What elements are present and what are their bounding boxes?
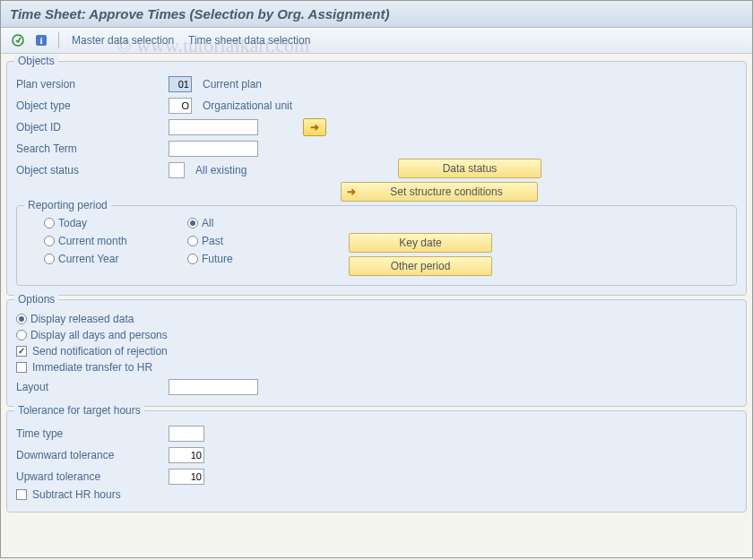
search-term-input[interactable] bbox=[169, 141, 258, 157]
radio-icon bbox=[187, 236, 198, 246]
plan-version-label: Plan version bbox=[16, 78, 169, 90]
title-bar: Time Sheet: Approve Times (Selection by … bbox=[1, 1, 752, 28]
key-date-button[interactable]: Key date bbox=[349, 233, 492, 253]
radio-icon bbox=[16, 314, 27, 324]
options-group-title: Options bbox=[14, 293, 58, 306]
plan-version-input[interactable] bbox=[169, 76, 192, 92]
checkbox-icon bbox=[16, 362, 27, 373]
multiple-selection-button[interactable]: ➜ bbox=[303, 118, 326, 136]
object-id-input[interactable] bbox=[169, 119, 258, 135]
master-data-link[interactable]: Master data selection bbox=[66, 32, 179, 48]
upward-input[interactable] bbox=[169, 469, 204, 485]
object-status-desc: All existing bbox=[195, 164, 247, 177]
options-group: Options Display released data Display al… bbox=[6, 299, 747, 407]
object-type-desc: Organizational unit bbox=[203, 99, 292, 112]
radio-icon bbox=[187, 254, 198, 264]
time-sheet-data-link[interactable]: Time sheet data selection bbox=[183, 32, 316, 48]
reporting-period-group: Reporting period Today Current month Cur… bbox=[16, 205, 737, 286]
toolbar-separator bbox=[58, 32, 59, 48]
page-title: Time Sheet: Approve Times (Selection by … bbox=[10, 6, 389, 22]
search-term-label: Search Term bbox=[16, 142, 169, 155]
upward-label: Upward tolerance bbox=[16, 470, 169, 483]
radio-current-year[interactable]: Current Year bbox=[44, 253, 187, 265]
main-window: Time Sheet: Approve Times (Selection by … bbox=[0, 0, 753, 558]
downward-input[interactable] bbox=[169, 447, 204, 463]
radio-today[interactable]: Today bbox=[44, 217, 187, 229]
layout-label: Layout bbox=[16, 381, 169, 393]
plan-version-desc: Current plan bbox=[203, 78, 262, 90]
radio-current-month[interactable]: Current month bbox=[44, 235, 187, 247]
radio-past[interactable]: Past bbox=[187, 235, 304, 247]
object-status-input[interactable] bbox=[169, 162, 185, 178]
radio-icon bbox=[44, 218, 55, 228]
radio-icon bbox=[16, 330, 27, 340]
arrow-right-icon: ➜ bbox=[310, 121, 319, 134]
execute-icon[interactable] bbox=[8, 31, 28, 49]
object-type-input[interactable] bbox=[169, 98, 192, 114]
radio-display-all[interactable]: Display all days and persons bbox=[16, 329, 737, 341]
arrow-right-icon: ➜ bbox=[342, 185, 356, 198]
other-period-button[interactable]: Other period bbox=[349, 256, 492, 276]
content-area: Objects Plan version Current plan Object… bbox=[1, 54, 752, 520]
downward-label: Downward tolerance bbox=[16, 449, 169, 461]
radio-icon bbox=[187, 218, 198, 228]
radio-icon bbox=[44, 254, 55, 264]
object-type-label: Object type bbox=[16, 99, 169, 112]
check-send-notification[interactable]: Send notification of rejection bbox=[16, 345, 737, 358]
svg-point-0 bbox=[13, 35, 23, 46]
checkbox-icon bbox=[16, 346, 27, 357]
object-id-label: Object ID bbox=[16, 121, 169, 134]
reporting-period-title: Reporting period bbox=[24, 199, 111, 211]
toolbar: i Master data selection Time sheet data … bbox=[1, 28, 752, 54]
data-status-button[interactable]: Data status bbox=[398, 159, 541, 178]
objects-group-title: Objects bbox=[14, 55, 58, 67]
svg-text:i: i bbox=[39, 35, 42, 46]
time-type-label: Time type bbox=[16, 427, 169, 440]
checkbox-icon bbox=[16, 489, 27, 500]
check-subtract-hr[interactable]: Subtract HR hours bbox=[16, 488, 737, 501]
check-immediate-transfer[interactable]: Immediate transfer to HR bbox=[16, 361, 737, 374]
objects-group: Objects Plan version Current plan Object… bbox=[6, 61, 747, 296]
tolerance-group: Tolerance for target hours Time type Dow… bbox=[6, 410, 747, 513]
radio-display-released[interactable]: Display released data bbox=[16, 313, 737, 325]
radio-future[interactable]: Future bbox=[187, 253, 304, 265]
set-structure-button[interactable]: ➜Set structure conditions bbox=[341, 182, 538, 202]
radio-icon bbox=[44, 236, 55, 246]
info-icon[interactable]: i bbox=[31, 31, 51, 49]
object-status-label: Object status bbox=[16, 164, 169, 177]
tolerance-group-title: Tolerance for target hours bbox=[14, 404, 144, 417]
radio-all[interactable]: All bbox=[187, 217, 304, 229]
layout-input[interactable] bbox=[169, 379, 258, 395]
time-type-input[interactable] bbox=[169, 426, 204, 442]
